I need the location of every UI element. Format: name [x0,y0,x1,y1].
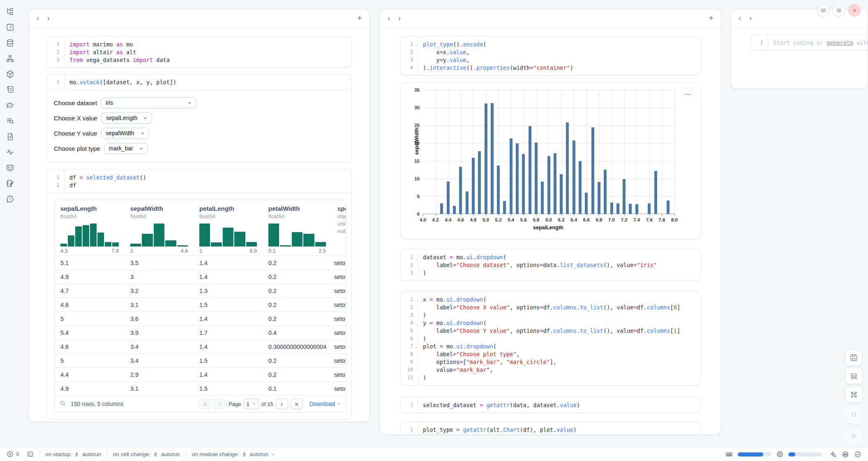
code-editor[interactable]: 1import marimo as mo2import altair as al… [47,37,351,67]
on-startup-setting[interactable]: on startup: autorun [46,451,102,457]
download-link[interactable]: Download [309,401,341,407]
functions-icon[interactable]: f [5,22,15,32]
file-tree-icon[interactable] [5,7,15,16]
scratchpad-icon[interactable] [5,178,15,188]
code-editor[interactable]: 1selected_dataset = getattr(data, datase… [401,397,700,413]
cell-xy-plot-dropdowns[interactable]: 1⌄x = mo.ui.dropdown(2 label="Choose X v… [400,291,701,385]
last-page-button[interactable]: » [291,399,303,409]
cell-plot-expression[interactable]: 1⌄plot_type().encode(2 x=x.value,3 y=y.v… [400,36,701,76]
code-line[interactable]: 6) [401,334,700,342]
code-line[interactable]: 2 label="Choose dataset", options=data.l… [401,261,700,269]
ai-sparkles-icon[interactable] [829,451,837,458]
settings-button[interactable] [833,4,845,16]
cell-imports[interactable]: 1import marimo as mo2import altair as al… [47,36,352,68]
code-editor[interactable]: 1⌄plot_type().encode(2 x=x.value,3 y=y.v… [401,37,700,75]
choose-plot-type-select[interactable]: mark_bar [104,143,148,154]
save-button[interactable] [845,349,862,366]
choose-dataset-select[interactable]: iris [101,97,196,108]
dependency-graph-icon[interactable] [5,53,15,63]
column-header-sepalWidth[interactable]: sepalWidthfloat6424.4 [125,205,194,256]
package-icon[interactable] [5,69,15,79]
code-line[interactable]: 10 value="mark_bar", [401,366,700,373]
code-editor[interactable]: 1⌄dataset = mo.ui.dropdown(2 label="Choo… [401,249,700,280]
keyboard-shortcuts-button[interactable] [845,386,862,403]
run-button[interactable] [844,426,863,446]
code-line[interactable]: 1selected_dataset = getattr(data, datase… [401,401,700,409]
help-icon[interactable]: ? [5,194,15,204]
menu-button[interactable] [817,4,829,16]
column-prev-button[interactable]: ‹ [37,14,47,22]
code-line[interactable]: 8 label="Choose plot type", [401,350,700,358]
find-icon[interactable] [5,116,15,126]
cell-dataframe[interactable]: 1df = selected_dataset()2df sepalLengthf… [47,169,352,420]
copilot-icon[interactable] [842,451,849,458]
code-line[interactable]: 2 x=x.value, [401,48,700,56]
code-line[interactable]: 7⌄plot = mo.ui.dropdown( [401,342,700,350]
code-line[interactable]: 3) [401,269,700,277]
column-next-button[interactable]: › [398,14,409,22]
code-line[interactable]: 1mo.vstack([dataset, x, y, plot]) [47,78,351,86]
code-line[interactable]: 5 label="Choose Y value", options=df.col… [401,327,700,334]
column-header-sepalLength[interactable]: sepalLengthfloat644.37.9 [55,205,125,256]
fold-toggle[interactable]: ⌄ [415,345,417,349]
fold-toggle[interactable]: ⌄ [415,322,417,325]
tracing-icon[interactable] [5,147,15,157]
code-line[interactable]: 9 options=["mark_bar", "mark_circle"], [401,358,700,366]
add-cell-button[interactable]: + [709,14,713,23]
fold-toggle[interactable]: ⌄ [415,43,417,47]
code-line[interactable]: 2df [47,181,351,189]
code-line[interactable]: 1import marimo as mo [47,40,351,48]
cell-placeholder[interactable]: Start coding or generate with AI [768,39,868,46]
column-header-petalLength[interactable]: petalLengthfloat6416.9 [194,205,263,256]
ai-chat-icon[interactable] [5,100,15,110]
column-next-button[interactable]: › [749,14,760,22]
layout-toggle-button[interactable] [845,368,862,384]
code-editor[interactable]: 1df = selected_dataset()2df [47,170,351,193]
documentation-icon[interactable] [5,131,15,141]
shutdown-button[interactable] [848,4,861,16]
prev-page-button[interactable]: ‹ [214,399,226,409]
fold-toggle[interactable]: ⌄ [415,298,417,302]
database-icon[interactable] [5,38,15,48]
column-prev-button[interactable]: ‹ [739,14,749,22]
logs-icon[interactable] [5,85,15,95]
first-page-button[interactable]: « [199,399,211,409]
add-cell-button[interactable]: + [357,14,362,23]
code-line[interactable]: 4).interactive().properties(width="conta… [401,64,700,71]
code-line[interactable]: 1⌄x = mo.ui.dropdown( [401,295,700,303]
snippets-icon[interactable] [5,163,15,173]
code-line[interactable]: 3 y=y.value, [401,56,700,64]
code-line[interactable]: 3) [401,311,700,319]
on-module-change-setting[interactable]: on module change: autorun [192,451,276,457]
on-cell-change-setting[interactable]: on cell change: autorun [113,451,180,457]
code-line[interactable]: 1df = selected_dataset() [47,173,351,181]
cell-vstack[interactable]: 1mo.vstack([dataset, x, y, plot]) Choose… [47,74,352,162]
code-line[interactable]: 2 label="Choose X value", options=df.col… [401,303,700,311]
code-editor[interactable]: 1plot_type = getattr(alt.Chart(df), plot… [401,422,700,435]
code-line[interactable]: 2import altair as alt [47,48,351,56]
code-line[interactable]: 4⌄y = mo.ui.dropdown( [401,319,700,327]
choose-y-value-select[interactable]: sepalWidth [101,128,149,139]
code-line[interactable]: 3from vega_datasets import data [47,56,351,64]
code-line[interactable]: 1plot_type = getattr(alt.Chart(df), plot… [401,426,700,433]
choose-x-value-select[interactable]: sepalLength [102,113,152,124]
column-header-species[interactable]: speciesobjectunique:nulls: [332,205,346,256]
connection-status-icon[interactable] [854,451,861,458]
column-next-button[interactable]: › [47,14,58,22]
chart-menu-button[interactable] [681,88,695,101]
code-editor[interactable]: 1⌄x = mo.ui.dropdown(2 label="Choose X v… [401,292,700,385]
page-select[interactable]: 1 [244,399,259,409]
cell-dataset-dropdown[interactable]: 1⌄dataset = mo.ui.dropdown(2 label="Choo… [400,249,701,281]
generate-ai-link[interactable]: generate [826,39,853,46]
table-search-icon[interactable] [60,400,66,408]
column-prev-button[interactable]: ‹ [388,14,398,22]
code-line[interactable]: 1⌄dataset = mo.ui.dropdown( [401,253,700,261]
errors-indicator[interactable]: 0 [7,451,19,458]
code-line[interactable]: 1⌄plot_type().encode( [401,40,700,48]
cell-selected-dataset[interactable]: 1selected_dataset = getattr(data, datase… [400,397,701,413]
column-header-petalWidth[interactable]: petalWidthfloat640.12.5 [263,205,332,256]
code-line[interactable]: 11) [401,373,700,381]
next-page-button[interactable]: › [276,399,288,409]
terminal-button[interactable] [27,451,34,458]
fold-toggle[interactable]: ⌄ [415,256,417,260]
